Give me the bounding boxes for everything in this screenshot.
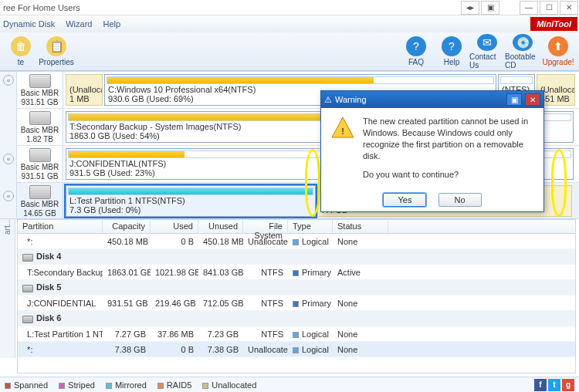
partition-grid: Partition Capacity Used Unused File Syst… [17,219,576,373]
col-partition[interactable]: Partition [18,220,103,233]
grid-partition-row[interactable]: J:CONFIDENTIAL931.51 GB219.46 GB712.05 G… [18,296,575,311]
brand-logo: MiniTool [530,17,577,31]
social-icons: f t g [534,379,574,391]
disk-header[interactable]: Basic MBR14.65 GB [17,183,63,219]
grid-disk-row[interactable]: Disk 6 [18,311,575,326]
col-type[interactable]: Type [288,220,333,233]
disk-header[interactable]: Basic MBR1.82 TB [17,109,63,145]
menubar: Dynamic Disk Wizard Help MiniTool [0,15,579,32]
col-fs[interactable]: File System [243,220,288,233]
warning-dialog: ⚠ Warning ▣ ✕ ! The new created partitio… [320,90,544,212]
menu-dynamic-disk[interactable]: Dynamic Disk [3,19,55,29]
disk-collapse-icon[interactable]: « [3,154,14,164]
grid-partition-row[interactable]: L:Test Partition 1 NTFS7.27 GB37.86 MB7.… [18,326,575,342]
col-unused[interactable]: Unused [198,220,243,233]
maximize-button[interactable]: ☐ [540,1,558,15]
col-status[interactable]: Status [333,220,388,233]
svg-text:!: ! [341,127,344,136]
toolbar-faq[interactable]: ?FAQ [398,34,434,69]
grid-disk-row[interactable]: Disk 5 [18,280,575,296]
toolbar-contact[interactable]: ✉Contact Us [469,34,505,69]
grid-disk-row[interactable]: Disk 4 [18,249,575,265]
toolbar-upgrade[interactable]: ⬆Upgrade! [540,34,576,69]
legend-raid5: RAID5 [157,380,191,390]
grid-header: Partition Capacity Used Unused File Syst… [18,220,575,234]
minimize-button[interactable]: — [520,1,538,15]
facebook-icon[interactable]: f [534,379,547,391]
hdd-icon [29,185,51,199]
win-btn-1[interactable]: ◂▸ [461,1,479,15]
col-capacity[interactable]: Capacity [103,220,151,233]
warning-icon: ⚠ [324,95,332,105]
menu-help[interactable]: Help [103,19,120,29]
legend-striped: Striped [59,380,95,390]
hdd-icon [29,148,51,162]
toolbar-bootable[interactable]: 💿Bootable CD [505,34,540,69]
legend-mirrored: Mirrored [106,380,147,390]
toolbar-properties[interactable]: 📋Properties [39,34,74,69]
side-panel-tab[interactable]: art... [0,219,15,358]
warning-triangle-icon: ! [330,116,355,140]
dialog-yes-button[interactable]: Yes [383,193,426,207]
disk-header[interactable]: Basic MBR931.51 GB [17,72,63,108]
dialog-message: The new created partition cannot be used… [363,116,534,181]
close-button[interactable]: ✕ [560,1,578,15]
hdd-icon [29,74,51,88]
menu-wizard[interactable]: Wizard [66,19,92,29]
legend-unallocated: Unallocated [202,380,256,390]
toolbar: 🗑te 📋Properties ?FAQ ?Help ✉Contact Us 💿… [0,32,579,71]
disk-collapse-icon[interactable]: « [3,75,14,86]
disk-nav-col: « « « [0,72,17,218]
hdd-icon [29,111,51,125]
grid-partition-row[interactable]: T:Secondary Backup - ...1863.01 GB1021.9… [18,265,575,280]
google-plus-icon[interactable]: g [562,379,574,391]
dialog-close-button[interactable]: ✕ [525,93,540,106]
partition-block[interactable]: (Unallocated)1 MB [66,74,103,106]
toolbar-help[interactable]: ?Help [434,34,469,69]
twitter-icon[interactable]: t [548,379,560,391]
partition-block[interactable]: L:Test Partition 1 NTFS(NTFS)7.3 GB (Use… [66,185,316,217]
window-title: ree For Home Users [0,3,80,12]
status-bar: Spanned Striped Mirrored RAID5 Unallocat… [0,377,579,392]
col-used[interactable]: Used [151,220,198,233]
disk-collapse-icon[interactable]: « [3,191,14,201]
grid-partition-row[interactable]: *:7.38 GB0 B7.38 GBUnallocatedLogicalNon… [18,342,575,357]
grid-partition-row[interactable]: *:450.18 MB0 B450.18 MBUnallocatedLogica… [18,234,575,249]
hdd-icon [22,254,33,262]
window-titlebar: ree For Home Users ◂▸ ▣ — ☐ ✕ [0,0,579,15]
hdd-icon [22,285,33,292]
disk-header[interactable]: Basic MBR931.51 GB [17,146,63,182]
dialog-title: Warning [335,95,367,104]
dialog-no-button[interactable]: No [438,193,482,207]
legend-spanned: Spanned [5,380,48,390]
dialog-titlebar[interactable]: ⚠ Warning ▣ ✕ [321,91,543,108]
win-btn-2[interactable]: ▣ [481,1,499,15]
toolbar-delete[interactable]: 🗑te [3,34,39,69]
hdd-icon [22,316,33,323]
dialog-restore-button[interactable]: ▣ [506,93,522,106]
